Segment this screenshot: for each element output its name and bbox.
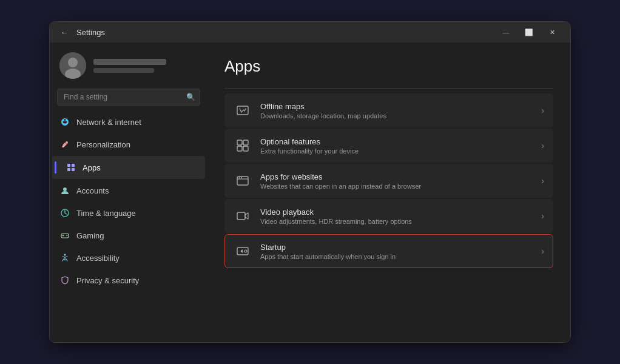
startup-text: Startup Apps that start automatically wh…	[260, 243, 533, 260]
maximize-button[interactable]: ⬜	[518, 24, 540, 41]
startup-desc: Apps that start automatically when you s…	[260, 253, 533, 260]
nav-list: Network & internet Personalization	[50, 110, 207, 342]
accounts-icon	[59, 185, 70, 196]
svg-rect-17	[237, 146, 242, 151]
user-name	[93, 59, 166, 65]
sidebar-item-network[interactable]: Network & internet	[52, 111, 205, 133]
time-icon	[59, 207, 70, 218]
page-title: Apps	[224, 57, 553, 76]
title-bar: ← Settings — ⬜ ✕	[50, 22, 570, 42]
setting-item-apps-for-websites[interactable]: Apps for websites Websites that can open…	[224, 164, 553, 198]
privacy-icon	[59, 275, 70, 286]
sidebar-item-personalization[interactable]: Personalization	[52, 133, 205, 155]
sidebar: 🔍 Network & internet	[50, 42, 207, 342]
startup-title: Startup	[260, 243, 533, 252]
offline-maps-text: Offline maps Downloads, storage location…	[260, 102, 533, 120]
sidebar-item-time-label: Time & language	[76, 209, 136, 218]
sidebar-item-gaming[interactable]: Gaming	[52, 224, 205, 246]
video-playback-desc: Video adjustments, HDR streaming, batter…	[260, 218, 533, 225]
svg-rect-6	[67, 168, 70, 171]
svg-rect-5	[72, 164, 75, 167]
window-title: Settings	[76, 28, 105, 37]
setting-item-offline-maps[interactable]: Offline maps Downloads, storage location…	[224, 93, 553, 127]
svg-point-24	[244, 250, 247, 252]
minimize-button[interactable]: —	[495, 24, 517, 41]
chevron-icon: ›	[541, 246, 544, 256]
sidebar-item-accounts-label: Accounts	[76, 186, 109, 195]
active-indicator	[55, 161, 56, 174]
sidebar-item-apps-label: Apps	[83, 163, 101, 172]
gaming-icon	[59, 230, 70, 241]
web-icon	[234, 172, 252, 190]
svg-rect-18	[243, 146, 248, 151]
apps-for-websites-desc: Websites that can open in an app instead…	[260, 183, 533, 190]
svg-point-12	[67, 235, 67, 235]
apps-for-websites-text: Apps for websites Websites that can open…	[260, 172, 533, 190]
svg-point-21	[241, 177, 242, 178]
network-icon	[59, 116, 70, 127]
setting-item-startup[interactable]: Startup Apps that start automatically wh…	[224, 234, 553, 268]
chevron-icon: ›	[541, 141, 544, 150]
title-bar-left: ← Settings	[57, 25, 495, 39]
svg-rect-15	[237, 140, 242, 145]
optional-features-text: Optional features Extra functionality fo…	[260, 137, 533, 155]
map-icon	[234, 101, 252, 120]
sidebar-item-privacy[interactable]: Privacy & security	[52, 269, 205, 291]
settings-list: Offline maps Downloads, storage location…	[224, 93, 553, 268]
svg-point-3	[66, 141, 68, 144]
main-content: Apps Offline maps Downloads, storage loc…	[207, 42, 570, 342]
video-icon	[234, 207, 252, 225]
setting-item-video-playback[interactable]: Video playback Video adjustments, HDR st…	[224, 199, 553, 233]
offline-maps-desc: Downloads, storage location, map updates	[260, 112, 533, 120]
svg-rect-16	[243, 140, 248, 145]
video-playback-title: Video playback	[260, 207, 533, 217]
sidebar-item-privacy-label: Privacy & security	[76, 276, 139, 285]
optional-features-title: Optional features	[260, 137, 533, 146]
svg-point-1	[68, 58, 78, 67]
setting-item-optional-features[interactable]: Optional features Extra functionality fo…	[224, 129, 553, 163]
settings-window: ← Settings — ⬜ ✕	[49, 21, 571, 343]
svg-point-20	[239, 177, 240, 178]
back-button[interactable]: ←	[57, 25, 72, 39]
window-body: 🔍 Network & internet	[50, 42, 570, 342]
features-icon	[234, 136, 252, 155]
divider	[224, 88, 553, 89]
startup-icon	[234, 242, 252, 260]
svg-rect-7	[72, 168, 75, 171]
chevron-icon: ›	[541, 106, 544, 115]
sidebar-item-apps[interactable]: Apps	[52, 156, 205, 179]
user-info	[93, 59, 198, 73]
sidebar-item-network-label: Network & internet	[76, 118, 141, 127]
sidebar-item-accessibility[interactable]: Accessibility	[52, 247, 205, 269]
svg-rect-4	[67, 164, 70, 167]
chevron-icon: ›	[541, 176, 544, 186]
svg-point-11	[66, 235, 67, 235]
close-button[interactable]: ✕	[541, 24, 563, 41]
optional-features-desc: Extra functionality for your device	[260, 147, 533, 155]
apps-for-websites-title: Apps for websites	[260, 172, 533, 181]
search-box: 🔍	[57, 89, 200, 106]
avatar	[59, 52, 86, 79]
accessibility-icon	[59, 252, 70, 263]
sidebar-item-accessibility-label: Accessibility	[76, 254, 120, 263]
user-section	[50, 42, 207, 86]
personalization-icon	[59, 139, 70, 150]
svg-rect-22	[237, 212, 245, 220]
chevron-icon: ›	[541, 211, 544, 221]
search-icon: 🔍	[186, 93, 195, 101]
sidebar-item-accounts[interactable]: Accounts	[52, 180, 205, 201]
user-email	[93, 68, 154, 73]
window-controls: — ⬜ ✕	[495, 24, 563, 41]
offline-maps-title: Offline maps	[260, 102, 533, 111]
apps-icon	[66, 162, 76, 173]
svg-point-8	[63, 187, 67, 191]
svg-point-13	[64, 254, 66, 256]
sidebar-item-personalization-label: Personalization	[76, 140, 130, 149]
search-input[interactable]	[57, 89, 200, 106]
sidebar-item-time[interactable]: Time & language	[52, 202, 205, 224]
sidebar-item-gaming-label: Gaming	[76, 231, 104, 240]
video-playback-text: Video playback Video adjustments, HDR st…	[260, 207, 533, 225]
